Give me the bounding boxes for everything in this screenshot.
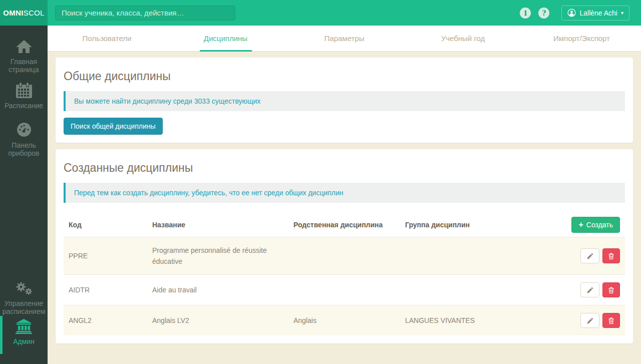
tab-disciplines[interactable]: Дисциплины	[166, 26, 285, 51]
delete-button[interactable]	[602, 282, 620, 297]
column-header-name: Название	[147, 213, 288, 237]
table-row: ANGL2 Anglais LV2 Anglais LANGUES VIVANT…	[64, 305, 625, 336]
cell-parent	[288, 275, 400, 305]
delete-button[interactable]	[602, 248, 620, 263]
create-discipline-button[interactable]: + Создать	[571, 217, 620, 233]
cell-name: Programme personnalisé de réussite éduca…	[147, 237, 288, 275]
cell-code: AIDTR	[64, 275, 147, 305]
topbar: OMNISCOL i ? Lallène Achi ▾	[0, 0, 641, 26]
pencil-icon	[586, 317, 594, 324]
topbar-right: i ? Lallène Achi ▾	[512, 6, 641, 21]
cell-group	[400, 237, 515, 275]
common-disciplines-title: Общие дисциплины	[64, 70, 625, 83]
app-logo: OMNISCOL	[0, 0, 48, 26]
cell-name: Anglais LV2	[147, 305, 288, 336]
sidebar-item-label: Панель приборов	[2, 141, 46, 157]
dashboard-icon	[16, 122, 33, 138]
common-disciplines-panel: Общие дисциплины Вы можете найти дисципл…	[56, 58, 633, 143]
pencil-icon	[586, 252, 594, 260]
common-disciplines-info-text: Вы можете найти дисциплину среди 3033 су…	[74, 97, 260, 105]
cell-group: LANGUES VIVANTES	[400, 305, 515, 336]
person-icon	[567, 9, 576, 17]
main-panel: Общие дисциплины Вы можете найти дисципл…	[48, 52, 641, 363]
tab-import-export[interactable]: Импорт/Экспорт	[522, 26, 641, 51]
gears-icon	[15, 280, 33, 296]
info-icon[interactable]: i	[520, 8, 531, 19]
help-icon[interactable]: ?	[538, 8, 549, 19]
tab-parameters[interactable]: Параметры	[285, 26, 404, 51]
column-header-parent: Родственная дисциплина	[288, 213, 400, 237]
content-area: Пользователи Дисциплины Параметры Учебны…	[48, 26, 641, 364]
create-button-label: Создать	[586, 221, 613, 229]
pencil-icon	[586, 286, 594, 294]
sidebar-item-label: Главная страница	[2, 58, 46, 74]
edit-button[interactable]	[580, 248, 599, 263]
cell-code: PPRE	[64, 237, 147, 275]
caret-down-icon: ▾	[621, 11, 623, 16]
column-header-group: Группа дисциплин	[400, 213, 515, 237]
tab-users[interactable]: Пользователи	[48, 26, 166, 51]
trash-icon	[607, 286, 615, 294]
cell-code: ANGL2	[64, 305, 147, 336]
cell-parent: Anglais	[288, 305, 400, 336]
user-menu-button[interactable]: Lallène Achi ▾	[561, 6, 629, 21]
cell-group	[400, 275, 515, 305]
created-disciplines-info-text: Перед тем как создать дисциплину, убедит…	[74, 189, 344, 197]
sidebar-item-home[interactable]: Главная страница	[0, 36, 48, 77]
tab-school-year[interactable]: Учебный год	[404, 26, 522, 51]
calendar-icon	[16, 83, 32, 98]
edit-button[interactable]	[580, 282, 599, 297]
trash-icon	[607, 317, 615, 324]
sidebar-item-schedule-management[interactable]: Управление расписанием	[0, 277, 48, 318]
bank-icon	[16, 319, 32, 334]
table-row: PPRE Programme personnalisé de réussite …	[64, 237, 625, 275]
table-row: AIDTR Aide au travail	[64, 275, 625, 305]
column-header-code: Код	[64, 213, 147, 237]
created-disciplines-info-banner: Перед тем как создать дисциплину, убедит…	[64, 183, 625, 203]
admin-tabbar: Пользователи Дисциплины Параметры Учебны…	[48, 26, 641, 52]
trash-icon	[607, 252, 615, 260]
sidebar-item-label: Расписание	[5, 102, 43, 110]
sidebar-item-schedule[interactable]: Расписание	[0, 80, 48, 113]
common-disciplines-info-banner: Вы можете найти дисциплину среди 3033 су…	[64, 91, 625, 111]
user-name: Lallène Achi	[579, 9, 617, 17]
sidebar-item-dashboard[interactable]: Панель приборов	[0, 119, 48, 160]
cell-name: Aide au travail	[147, 275, 288, 305]
sidebar-item-admin[interactable]: Админ	[0, 316, 48, 354]
created-disciplines-panel: Созданные дисциплины Перед тем как созда…	[56, 149, 633, 343]
created-disciplines-title: Созданные дисциплины	[64, 161, 625, 175]
edit-button[interactable]	[580, 313, 599, 328]
sidebar: Главная страница Расписание Панель прибо	[0, 26, 48, 364]
sidebar-item-label: Админ	[13, 337, 35, 345]
cell-parent	[288, 237, 400, 275]
search-common-discipline-button[interactable]: Поиск общей дисциплины	[64, 118, 163, 135]
sidebar-item-label: Управление расписанием	[2, 299, 46, 315]
table-header-row: Код Название Родственная дисциплина Груп…	[64, 213, 625, 237]
delete-button[interactable]	[602, 313, 620, 328]
created-disciplines-table: Код Название Родственная дисциплина Груп…	[64, 213, 625, 335]
search-input[interactable]	[55, 6, 235, 21]
home-icon	[16, 39, 33, 54]
plus-icon: +	[578, 221, 583, 229]
